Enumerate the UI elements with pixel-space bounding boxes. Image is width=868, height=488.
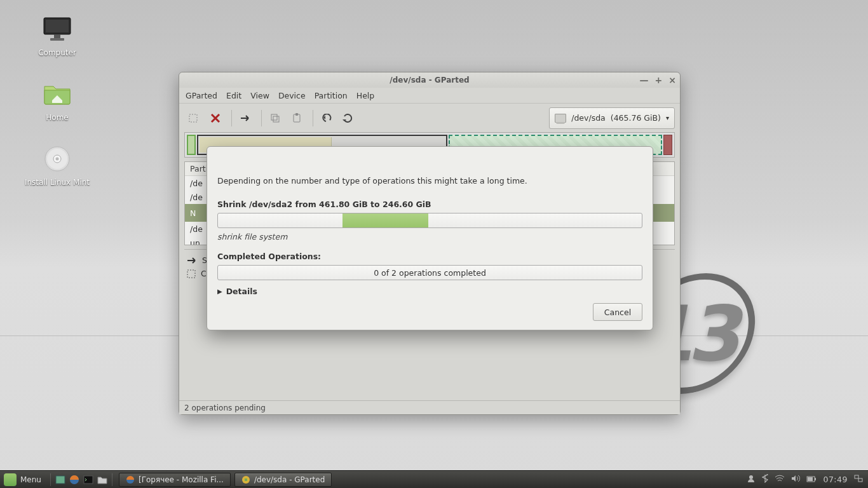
svg-rect-12 <box>295 113 298 116</box>
svg-rect-23 <box>808 477 813 481</box>
mint-logo-icon: ⠀ <box>4 473 17 486</box>
bluetooth-icon[interactable] <box>762 474 768 485</box>
gparted-icon <box>241 475 250 484</box>
svg-rect-1 <box>46 20 69 32</box>
device-size: (465.76 GiB) <box>611 113 661 123</box>
svg-rect-3 <box>50 38 64 41</box>
terminal-launcher[interactable] <box>81 473 95 487</box>
taskbar-task-gparted[interactable]: /dev/sda - GParted <box>234 473 332 487</box>
task-label: /dev/sda - GParted <box>254 475 325 484</box>
cancel-button[interactable]: Cancel <box>593 303 642 321</box>
maximize-button[interactable]: + <box>655 76 663 85</box>
network-icon[interactable] <box>775 475 785 484</box>
menu-partition[interactable]: Partition <box>315 91 348 100</box>
operation-progressbar <box>217 213 642 228</box>
disc-icon <box>44 146 71 172</box>
monitor-icon <box>43 17 72 42</box>
menu-view[interactable]: View <box>250 91 269 100</box>
firefox-launcher[interactable] <box>67 473 81 487</box>
undo-button[interactable] <box>317 109 336 128</box>
resize-icon <box>187 256 197 265</box>
details-label: Details <box>226 287 257 296</box>
files-launcher[interactable] <box>95 473 109 487</box>
menubar: GParted Edit View Device Partition Help <box>179 88 680 103</box>
device-name: /dev/sda <box>571 113 606 123</box>
svg-rect-25 <box>858 478 862 482</box>
apply-button[interactable] <box>339 109 358 128</box>
progress-dialog: Depending on the number and type of oper… <box>207 146 653 330</box>
menu-device[interactable]: Device <box>278 91 306 100</box>
resize-move-button[interactable] <box>236 109 255 128</box>
triangle-right-icon: ▶ <box>217 288 222 295</box>
svg-rect-13 <box>187 270 195 278</box>
window-title: /dev/sda - GParted <box>390 76 469 85</box>
paste-button[interactable] <box>287 109 306 128</box>
firefox-icon <box>126 475 135 484</box>
disk-icon <box>555 114 566 123</box>
menu-gparted[interactable]: GParted <box>186 91 217 100</box>
taskbar-task-firefox[interactable]: [Горячее - Mozilla Fi... <box>119 473 231 487</box>
volume-icon[interactable] <box>791 475 800 484</box>
operation-title: Shrink /dev/sda2 from 461.80 GiB to 246.… <box>217 200 642 209</box>
details-expander[interactable]: ▶ Details <box>217 287 642 296</box>
start-menu-label: Menu <box>20 475 41 484</box>
new-icon <box>187 269 196 278</box>
close-button[interactable]: × <box>668 76 676 85</box>
desktop-icon-label: Computer <box>19 48 95 57</box>
svg-rect-19 <box>245 478 247 481</box>
desktop-icon-label: Install Linux Mint <box>19 178 95 187</box>
svg-rect-9 <box>271 114 277 120</box>
task-label: [Горячее - Mozilla Fi... <box>139 475 224 484</box>
toolbar: /dev/sda (465.76 GiB) ▾ <box>179 103 680 132</box>
device-selector[interactable]: /dev/sda (465.76 GiB) ▾ <box>549 107 675 129</box>
desktop-icon-home[interactable]: Home <box>19 79 95 122</box>
completed-title: Completed Operations: <box>217 252 642 261</box>
minimize-button[interactable]: — <box>640 76 649 85</box>
desktop-icon-label: Home <box>19 113 95 122</box>
progress-fill <box>342 214 428 227</box>
operation-substep: shrink file system <box>217 232 642 241</box>
dialog-message: Depending on the number and type of oper… <box>217 176 642 186</box>
svg-rect-14 <box>56 476 65 484</box>
overall-progressbar: 0 of 2 operations completed <box>217 265 642 280</box>
clock[interactable]: 07:49 <box>823 475 848 484</box>
svg-rect-8 <box>189 114 197 122</box>
status-text: 2 operations pending <box>184 403 266 412</box>
user-icon[interactable] <box>747 474 756 485</box>
chevron-down-icon: ▾ <box>666 114 669 121</box>
new-partition-button[interactable] <box>184 109 203 128</box>
show-desktop-button[interactable] <box>53 473 67 487</box>
disk-seg-boot[interactable] <box>187 135 196 155</box>
battery-icon[interactable] <box>806 475 817 484</box>
overall-progress-text: 0 of 2 operations completed <box>374 268 486 278</box>
copy-button[interactable] <box>266 109 285 128</box>
taskbar: ⠀ Menu [Горячее - Mozilla Fi... /dev/sda… <box>0 470 868 488</box>
disk-seg-tail[interactable] <box>663 135 672 155</box>
delete-button[interactable] <box>206 109 225 128</box>
svg-point-7 <box>56 158 59 161</box>
titlebar[interactable]: /dev/sda - GParted — + × <box>179 72 680 88</box>
svg-point-20 <box>749 475 753 479</box>
menu-edit[interactable]: Edit <box>226 91 241 100</box>
svg-rect-24 <box>855 475 858 478</box>
svg-rect-22 <box>815 478 816 480</box>
svg-rect-10 <box>273 116 279 122</box>
statusbar: 2 operations pending <box>179 400 680 414</box>
window-list-icon[interactable] <box>854 475 863 484</box>
folder-home-icon <box>43 81 71 107</box>
svg-rect-2 <box>54 34 60 38</box>
menu-help[interactable]: Help <box>356 91 375 100</box>
start-menu-button[interactable]: ⠀ Menu <box>0 471 48 489</box>
desktop-icon-computer[interactable]: Computer <box>19 14 95 57</box>
system-tray: 07:49 <box>742 474 868 485</box>
svg-rect-16 <box>84 476 93 484</box>
desktop-icon-install[interactable]: Install Linux Mint <box>19 144 95 187</box>
